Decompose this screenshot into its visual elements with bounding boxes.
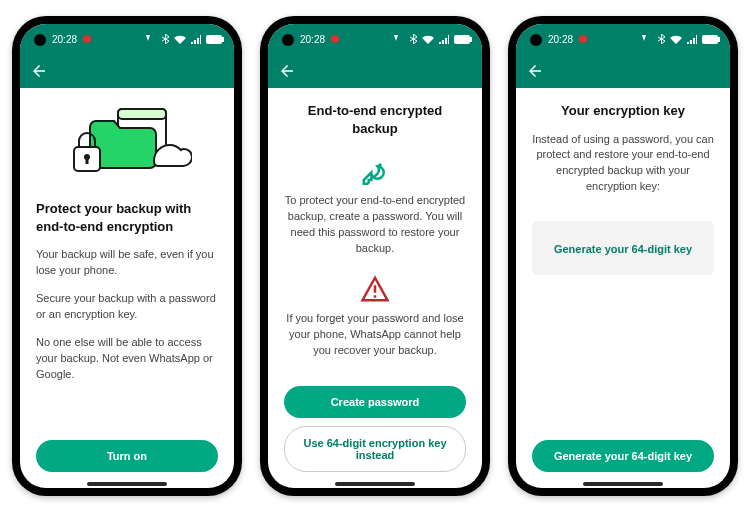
body-paragraph: No one else will be able to access your …: [36, 335, 218, 383]
content-area: Your encryption key Instead of using a p…: [516, 88, 730, 488]
app-bar: [20, 54, 234, 88]
status-time: 20:28: [300, 34, 325, 45]
app-bar: [516, 54, 730, 88]
vowifi-icon: [145, 34, 157, 44]
signal-icon: [439, 35, 449, 44]
back-icon[interactable]: [526, 62, 544, 80]
content-area: Protect your backup with end-to-end encr…: [20, 88, 234, 488]
generate-key-button[interactable]: Generate your 64-digit key: [532, 440, 714, 472]
body-paragraph: To protect your end-to-end encrypted bac…: [284, 193, 466, 257]
body-paragraph: Your backup will be safe, even if you lo…: [36, 247, 218, 279]
status-bar: 20:28: [516, 24, 730, 54]
svg-rect-10: [374, 285, 377, 293]
signal-icon: [687, 35, 697, 44]
turn-on-button[interactable]: Turn on: [36, 440, 218, 472]
screen: 20:28 End-to-end encrypted backup: [268, 24, 482, 488]
status-bar: 20:28: [20, 24, 234, 54]
phone-frame: 20:28 End-to-end encrypted backup: [260, 16, 490, 496]
battery-icon: [454, 35, 472, 44]
body-paragraph: If you forget your password and lose you…: [284, 311, 466, 359]
page-title: End-to-end encrypted backup: [284, 102, 466, 137]
bluetooth-icon: [410, 34, 417, 44]
svg-point-9: [378, 163, 382, 167]
svg-rect-1: [222, 37, 224, 42]
content-area: End-to-end encrypted backup To protect y…: [268, 88, 482, 488]
svg-rect-11: [374, 295, 377, 298]
body-paragraph: Instead of using a password, you can pro…: [532, 132, 714, 196]
recording-indicator-icon: [83, 35, 91, 43]
bluetooth-icon: [162, 34, 169, 44]
vowifi-icon: [393, 34, 405, 44]
screen: 20:28: [20, 24, 234, 488]
status-icons: [145, 34, 224, 44]
svg-rect-6: [86, 158, 89, 164]
warning-icon: [360, 275, 390, 303]
screen: 20:28 Your encryption key Instead of usi…: [516, 24, 730, 488]
svg-rect-13: [718, 37, 720, 42]
backup-illustration: [36, 102, 218, 190]
status-icons: [641, 34, 720, 44]
wifi-icon: [670, 35, 682, 44]
phone-frame: 20:28 Your encryption key Instead of usi…: [508, 16, 738, 496]
battery-icon: [702, 35, 720, 44]
status-time: 20:28: [52, 34, 77, 45]
create-password-button[interactable]: Create password: [284, 386, 466, 418]
recording-indicator-icon: [331, 35, 339, 43]
svg-rect-7: [454, 35, 470, 44]
signal-icon: [191, 35, 201, 44]
svg-rect-3: [118, 109, 166, 119]
page-title: Protect your backup with end-to-end encr…: [36, 200, 218, 235]
phone-frame: 20:28: [12, 16, 242, 496]
use-encryption-key-button[interactable]: Use 64-digit encryption key instead: [284, 426, 466, 472]
generate-key-panel[interactable]: Generate your 64-digit key: [532, 221, 714, 275]
svg-rect-8: [470, 37, 472, 42]
recording-indicator-icon: [579, 35, 587, 43]
back-icon[interactable]: [30, 62, 48, 80]
back-icon[interactable]: [278, 62, 296, 80]
body-paragraph: Secure your backup with a password or an…: [36, 291, 218, 323]
page-title: Your encryption key: [532, 102, 714, 120]
svg-rect-12: [702, 35, 718, 44]
bluetooth-icon: [658, 34, 665, 44]
generate-key-link[interactable]: Generate your 64-digit key: [554, 243, 692, 255]
key-icon: [360, 155, 390, 185]
app-bar: [268, 54, 482, 88]
status-time: 20:28: [548, 34, 573, 45]
svg-rect-0: [206, 35, 222, 44]
battery-icon: [206, 35, 224, 44]
status-icons: [393, 34, 472, 44]
status-bar: 20:28: [268, 24, 482, 54]
wifi-icon: [422, 35, 434, 44]
vowifi-icon: [641, 34, 653, 44]
wifi-icon: [174, 35, 186, 44]
